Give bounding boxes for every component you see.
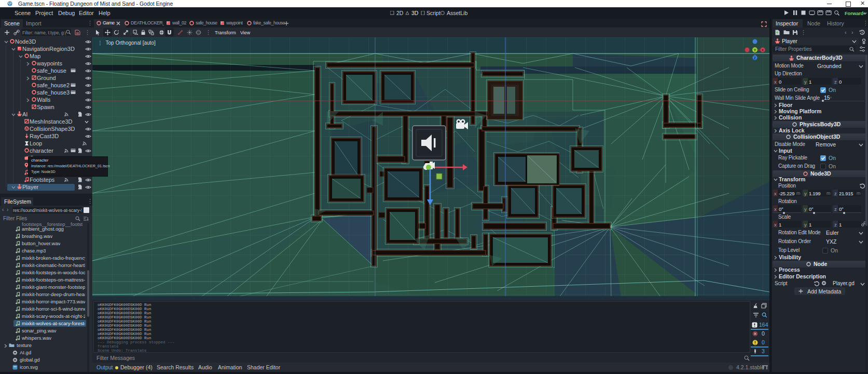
svg-text:Z: Z <box>754 56 756 60</box>
svg-text:X: X <box>762 48 764 52</box>
svg-text:Y: Y <box>753 48 756 52</box>
